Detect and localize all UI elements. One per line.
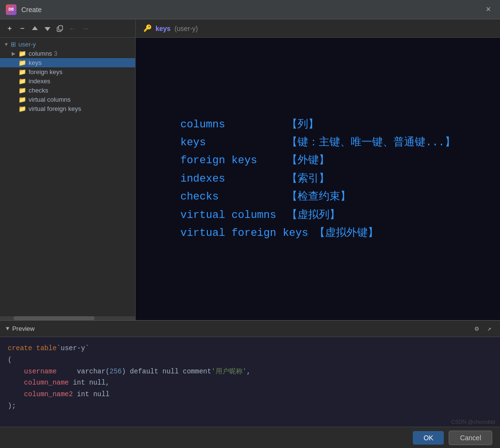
table-icon: ⊞ xyxy=(11,41,16,48)
code-str-nickname: '用户昵称' xyxy=(211,366,247,378)
remove-button[interactable]: − xyxy=(16,23,28,34)
tree-arrow-vc xyxy=(12,97,18,102)
folder-icon-keys: 📁 xyxy=(18,59,26,66)
tree-arrow-keys xyxy=(12,60,18,65)
preview-icons: ⚙ ↗ xyxy=(472,324,494,334)
hint-key-indexes: indexes xyxy=(180,170,287,188)
code-keyword-create: create table xyxy=(8,343,57,355)
hint-val-fk: 【外键】 xyxy=(287,152,329,170)
hint-content: columns 【列】 keys 【键：主键、唯一键、普通键...】 forei… xyxy=(136,38,500,320)
tree-node-foreign-keys[interactable]: 📁 foreign keys xyxy=(0,67,135,77)
content-area: + − ← xyxy=(0,19,500,320)
hint-row-columns: columns 【列】 xyxy=(180,116,455,134)
tree-label-virtual-columns: virtual columns xyxy=(29,96,71,103)
code-line-4: column_name int null, xyxy=(8,377,492,389)
tree-node-indexes[interactable]: 📁 indexes xyxy=(0,77,135,86)
tree-arrow-fk xyxy=(12,69,18,75)
tree-node-keys[interactable]: 📁 keys xyxy=(0,58,135,67)
hint-row-vc: virtual columns 【虚拟列】 xyxy=(180,206,455,224)
left-panel: + − ← xyxy=(0,19,136,320)
code-paren-open: ( xyxy=(8,355,12,366)
folder-icon-columns: 📁 xyxy=(18,50,26,57)
code-line-2: ( xyxy=(8,355,492,366)
code-line-3: username varchar(256) default null comme… xyxy=(8,366,492,378)
tree-label-virtual-fk: virtual foreign keys xyxy=(29,105,81,112)
tree-label-checks: checks xyxy=(29,87,48,94)
tree-arrow-columns: ▶ xyxy=(12,51,18,56)
right-panel: 🔑 keys (user-y) columns 【列】 keys 【键：主键、唯… xyxy=(136,19,500,320)
back-button[interactable]: ← xyxy=(67,23,78,34)
copy-button[interactable] xyxy=(54,23,66,34)
hint-val-checks: 【检查约束】 xyxy=(287,188,351,206)
move-down-button[interactable] xyxy=(42,23,53,34)
tree-node-virtual-columns[interactable]: 📁 virtual columns xyxy=(0,95,135,104)
forward-button[interactable]: → xyxy=(79,23,91,34)
preview-section: ▼ Preview ⚙ ↗ create table `user-y` ( us… xyxy=(0,320,500,427)
right-header-title: keys xyxy=(156,25,171,32)
hint-row-checks: checks 【检查约束】 xyxy=(180,188,455,206)
code-table-name: `user-y` xyxy=(57,343,89,355)
tree-arrow-user-y: ▼ xyxy=(4,42,11,47)
add-button[interactable]: + xyxy=(4,23,16,34)
scrollbar-thumb xyxy=(14,316,94,320)
tree-node-columns[interactable]: ▶ 📁 columns 3 xyxy=(0,49,135,58)
move-up-button[interactable] xyxy=(29,23,41,34)
code-type-int2: int null xyxy=(77,389,109,401)
app-logo: DB xyxy=(6,4,16,15)
tree-node-user-y[interactable]: ▼ ⊞ user-y xyxy=(0,40,135,49)
tree-arrow-vfk xyxy=(12,106,18,111)
ok-button[interactable]: OK xyxy=(413,431,444,445)
hint-row-indexes: indexes 【索引】 xyxy=(180,170,455,188)
hint-val-columns: 【列】 xyxy=(287,116,319,134)
watermark: CSDN @chemddd xyxy=(451,419,495,425)
keys-icon: 🔑 xyxy=(143,24,152,32)
svg-marker-1 xyxy=(45,27,50,31)
horizontal-scrollbar[interactable] xyxy=(0,316,135,320)
folder-icon-chk: 📁 xyxy=(18,87,26,94)
close-button[interactable]: × xyxy=(484,5,493,15)
right-panel-header: 🔑 keys (user-y) xyxy=(136,19,500,38)
hint-table: columns 【列】 keys 【键：主键、唯一键、普通键...】 forei… xyxy=(180,116,455,243)
hint-val-indexes: 【索引】 xyxy=(287,170,329,188)
copy-icon xyxy=(57,25,63,32)
preview-header: ▼ Preview ⚙ ↗ xyxy=(0,321,500,337)
preview-title: Preview xyxy=(12,325,34,332)
export-icon[interactable]: ↗ xyxy=(484,324,494,334)
tree-area: ▼ ⊞ user-y ▶ 📁 columns 3 📁 keys xyxy=(0,38,135,316)
hint-row-vfk: virtual foreign keys 【虚拟外键】 xyxy=(180,224,455,242)
main-container: + − ← xyxy=(0,19,500,448)
code-type-rest: ) default null comment xyxy=(122,366,211,378)
tree-label-user-y: user-y xyxy=(18,41,36,48)
hint-key-vfk: virtual foreign keys xyxy=(180,224,314,242)
cancel-button[interactable]: Cancel xyxy=(449,431,492,445)
folder-icon-vfk: 📁 xyxy=(18,105,26,112)
code-type-varchar: varchar( xyxy=(77,366,109,378)
tree-node-checks[interactable]: 📁 checks xyxy=(0,86,135,95)
tree-badge-columns: 3 xyxy=(54,50,57,57)
title-bar-title: Create xyxy=(21,6,42,14)
folder-icon-fk: 📁 xyxy=(18,68,26,76)
code-line-6: ); xyxy=(8,401,492,412)
preview-code: create table `user-y` ( username varchar… xyxy=(0,337,500,418)
svg-rect-3 xyxy=(59,26,62,30)
hint-val-vc: 【虚拟列】 xyxy=(287,206,340,224)
toolbar: + − ← xyxy=(0,19,135,38)
code-close: ); xyxy=(8,401,16,412)
hint-key-vc: virtual columns xyxy=(180,206,287,224)
right-header-subtitle: (user-y) xyxy=(174,25,198,32)
title-bar: DB Create × xyxy=(0,0,500,19)
hint-row-fk: foreign keys 【外键】 xyxy=(180,152,455,170)
tree-node-virtual-fk[interactable]: 📁 virtual foreign keys xyxy=(0,104,135,113)
code-line-1: create table `user-y` xyxy=(8,343,492,355)
hint-row-keys: keys 【键：主键、唯一键、普通键...】 xyxy=(180,134,455,152)
preview-header-left: ▼ Preview xyxy=(6,325,34,332)
move-up-icon xyxy=(31,25,38,32)
code-num-256: 256 xyxy=(109,366,122,378)
preview-collapse-icon[interactable]: ▼ xyxy=(6,325,9,332)
settings-icon[interactable]: ⚙ xyxy=(472,324,482,334)
hint-key-fk: foreign keys xyxy=(180,152,287,170)
code-col-name: column_name xyxy=(24,377,69,389)
code-col-name2: column_name2 xyxy=(24,389,73,401)
code-line-5: column_name2 int null xyxy=(8,389,492,401)
svg-marker-0 xyxy=(32,26,38,30)
